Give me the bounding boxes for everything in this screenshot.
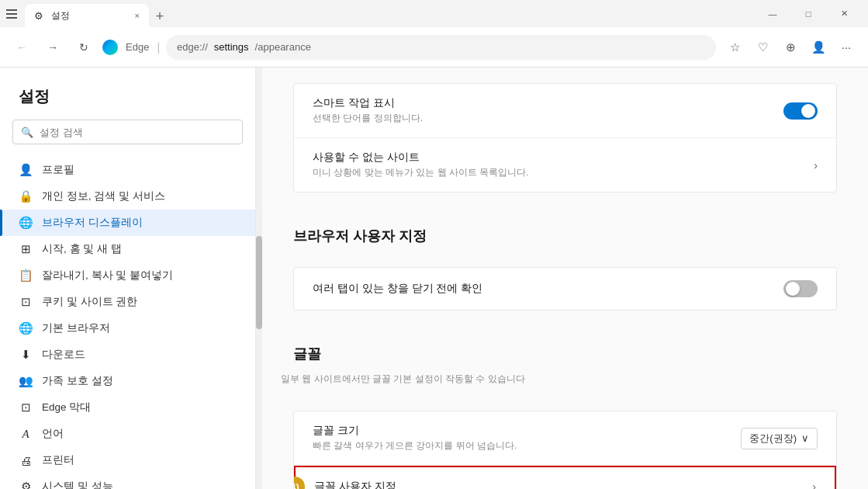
font-size-desc: 빠른 갈색 여우가 게으른 강아지를 뛰어 넘습니다. [313,439,728,453]
maximize-button[interactable]: □ [790,0,826,27]
sidebar-item-printer[interactable]: 🖨 프린터 [0,447,255,473]
close-confirm-title: 여러 탭이 있는 창을 닫기 전에 확인 [313,282,771,296]
sidebar-label-clipboard: 잘라내기, 복사 및 붙여넣기 [42,269,237,283]
sidebar-label-start: 시작, 홈 및 새 탭 [42,242,237,256]
sidebar-item-edge-bar[interactable]: ⊡ Edge 막대 [0,394,255,421]
unavailable-sites-chevron: › [814,159,818,172]
favorites-icon[interactable]: ☆ [722,35,747,60]
font-info-text: 일부 웹 사이트에서만 글꼴 기본 설정이 작동할 수 있습니다 [262,369,868,395]
sidebar-label-family: 가족 보호 설정 [42,374,237,388]
sidebar-item-default-browser[interactable]: 🌐 기본 브라우저 [0,315,255,342]
edge-label: Edge [126,41,149,53]
default-browser-icon: 🌐 [19,321,33,335]
sidebar-label-printer: 프린터 [42,453,237,467]
forward-button[interactable]: → [40,35,65,60]
smart-work-toggle[interactable] [783,102,818,120]
account-icon[interactable]: 👤 [806,35,831,60]
unavailable-sites-text: 사용할 수 없는 사이트 미니 상황에 맞는 메뉴가 있는 웹 사이트 목록입니… [313,151,801,179]
address-separator: | [157,41,160,54]
smart-work-title: 스마트 작업 표시 [313,96,771,110]
privacy-icon: 🔒 [19,189,33,203]
sidebar-label-language: 언어 [42,427,237,441]
font-size-text: 글꼴 크기 빠른 갈색 여우가 게으른 강아지를 뛰어 넘습니다. [313,424,728,453]
downloads-icon: ⬇ [19,348,33,362]
sidebar-item-clipboard[interactable]: 📋 잘라내기, 복사 및 붙여넣기 [0,262,255,289]
display-icon: 🌐 [19,216,33,230]
title-bar: ⚙ 설정 × + — □ ✕ [0,0,868,27]
sidebar-item-privacy[interactable]: 🔒 개인 정보, 검색 및 서비스 [0,183,255,210]
close-confirm-toggle-knob [786,282,800,296]
menu-icon[interactable]: ··· [834,35,859,60]
close-button[interactable]: ✕ [826,0,862,27]
close-confirm-toggle[interactable] [783,280,818,297]
sidebar-label-system: 시스템 및 성능 [42,480,237,489]
sidebar-item-browser-display[interactable]: 🌐 브라우저 디스플레이 [0,210,255,236]
sidebar-item-downloads[interactable]: ⬇ 다운로드 [0,342,255,368]
clipboard-icon: 📋 [19,269,33,283]
printer-icon: 🖨 [19,453,33,467]
browser-custom-header: 브라우저 사용자 지정 [262,208,868,251]
window-controls-right: — □ ✕ [755,0,862,27]
sidebar-scrollbar[interactable] [256,68,262,489]
sidebar-item-cookies[interactable]: ⊡ 쿠키 및 사이트 권한 [0,289,255,315]
content-area: 스마트 작업 표시 선택한 단어를 정의합니다. 사용할 수 없는 사이트 미니… [262,68,868,489]
start-icon: ⊞ [19,242,33,256]
url-suffix: /appearance [255,41,311,53]
sidebar: 설정 🔍 👤 프로필 🔒 개인 정보, 검색 및 서비스 🌐 브라우저 디스플레… [0,68,256,489]
reload-button[interactable]: ↻ [71,35,96,60]
font-size-row: 글꼴 크기 빠른 갈색 여우가 게으른 강아지를 뛰어 넘습니다. 중간(권장)… [294,411,836,466]
sidebar-item-start[interactable]: ⊞ 시작, 홈 및 새 탭 [0,236,255,262]
edge-bar-icon: ⊡ [19,401,33,414]
close-confirm-row: 여러 탭이 있는 창을 닫기 전에 확인 [294,268,836,310]
profile-icon: 👤 [19,163,33,177]
sidebar-label-profile: 프로필 [42,163,237,177]
font-size-value: 중간(권장) [749,432,797,446]
sidebar-scrollbar-thumb[interactable] [256,236,262,329]
dropdown-chevron: ∨ [801,432,809,444]
sidebar-item-system[interactable]: ⚙ 시스템 및 성능 [0,473,255,489]
search-icon: 🔍 [21,127,33,138]
smart-work-desc: 선택한 단어를 정의합니다. [313,112,771,125]
sidebar-item-family[interactable]: 👥 가족 보호 설정 [0,368,255,394]
tab-area: ⚙ 설정 × + [25,0,749,27]
close-confirm-text: 여러 탭이 있는 창을 닫기 전에 확인 [313,282,771,296]
sidebar-label-privacy: 개인 정보, 검색 및 서비스 [42,189,237,203]
sidebar-label-default-browser: 기본 브라우저 [42,321,237,335]
minimize-button[interactable]: — [755,0,790,27]
smart-work-section: 스마트 작업 표시 선택한 단어를 정의합니다. 사용할 수 없는 사이트 미니… [293,83,837,192]
hamburger-icon[interactable] [6,8,19,20]
unavailable-sites-title: 사용할 수 없는 사이트 [313,151,801,165]
settings-tab[interactable]: ⚙ 설정 × [25,4,149,27]
font-size-dropdown[interactable]: 중간(권장) ∨ [741,428,818,449]
tab-close-button[interactable]: × [135,11,140,20]
address-input[interactable]: edge://settings/appearance [166,35,716,60]
main-layout: 설정 🔍 👤 프로필 🔒 개인 정보, 검색 및 서비스 🌐 브라우저 디스플레… [0,68,868,489]
search-box[interactable]: 🔍 [12,120,243,144]
font-custom-row[interactable]: 4) 글꼴 사용자 지정 › [294,466,836,489]
toggle-knob [801,104,815,118]
unavailable-sites-desc: 미니 상황에 맞는 메뉴가 있는 웹 사이트 목록입니다. [313,166,801,179]
new-tab-button[interactable]: + [149,5,171,27]
unavailable-sites-row[interactable]: 사용할 수 없는 사이트 미니 상황에 맞는 메뉴가 있는 웹 사이트 목록입니… [294,138,836,192]
read-aloud-icon[interactable]: ♡ [750,35,775,60]
sidebar-label-downloads: 다운로드 [42,348,237,362]
url-bold: settings [214,41,249,53]
search-input[interactable] [40,127,234,138]
sidebar-label-cookies: 쿠키 및 사이트 권한 [42,295,237,309]
font-size-title: 글꼴 크기 [313,424,728,438]
tab-icon: ⚙ [34,10,45,21]
back-button[interactable]: ← [9,35,34,60]
smart-work-row: 스마트 작업 표시 선택한 단어를 정의합니다. [294,84,836,138]
smart-work-text: 스마트 작업 표시 선택한 단어를 정의합니다. [313,96,771,125]
tab-label: 설정 [51,9,70,23]
step-badge: 4) [293,477,305,489]
sidebar-item-language[interactable]: A 언어 [0,421,255,447]
font-custom-title: 글꼴 사용자 지정 [314,480,800,489]
collections-icon[interactable]: ⊕ [778,35,803,60]
family-icon: 👥 [19,374,33,388]
font-section: 글꼴 크기 빠른 갈색 여우가 게으른 강아지를 뛰어 넘습니다. 중간(권장)… [293,411,837,489]
sidebar-item-profile[interactable]: 👤 프로필 [0,157,255,183]
url-prefix: edge:// [177,41,208,53]
font-custom-chevron: › [812,480,816,489]
font-custom-text: 글꼴 사용자 지정 [314,480,800,489]
